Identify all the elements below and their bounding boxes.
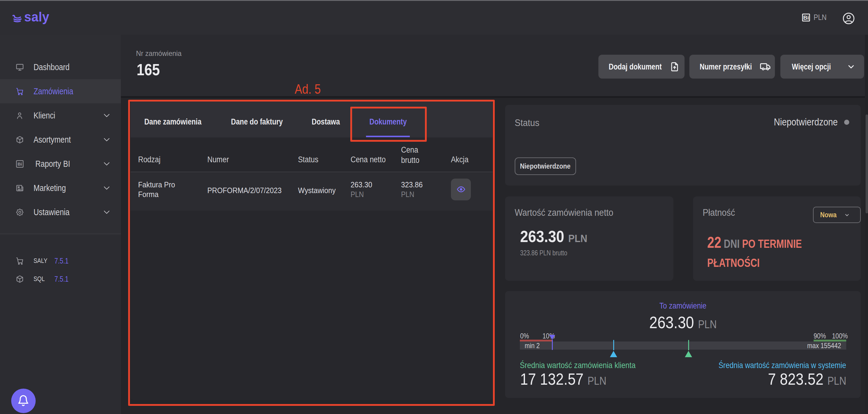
svg-text:Bi: Bi	[18, 161, 22, 166]
svg-text:Bi: Bi	[803, 14, 809, 21]
